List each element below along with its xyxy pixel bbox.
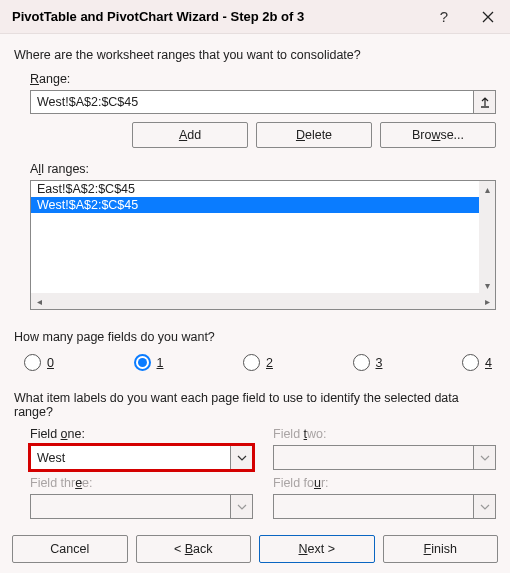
- chevron-down-icon: [230, 495, 252, 518]
- radio-0[interactable]: 0: [24, 354, 54, 371]
- finish-button[interactable]: Finish: [383, 535, 499, 563]
- list-item[interactable]: East!$A$2:$C$45: [31, 181, 479, 197]
- close-button[interactable]: [466, 0, 510, 34]
- scroll-right-icon[interactable]: ▸: [479, 293, 495, 309]
- field-four-input: [274, 495, 473, 518]
- help-button[interactable]: ?: [422, 0, 466, 34]
- all-ranges-listbox[interactable]: East!$A$2:$C$45 West!$A$2:$C$45 ▴ ▾ ◂ ▸: [30, 180, 496, 310]
- list-item[interactable]: West!$A$2:$C$45: [31, 197, 479, 213]
- collapse-dialog-icon[interactable]: [474, 90, 496, 114]
- scroll-down-icon[interactable]: ▾: [479, 277, 495, 293]
- field-three-label: Field three:: [30, 476, 253, 490]
- field-one-label: Field one:: [30, 427, 253, 441]
- radio-1[interactable]: 1: [134, 354, 164, 371]
- field-three-input: [31, 495, 230, 518]
- add-button[interactable]: Add: [132, 122, 248, 148]
- scroll-left-icon[interactable]: ◂: [31, 293, 47, 309]
- horizontal-scrollbar[interactable]: ◂ ▸: [31, 293, 495, 309]
- radio-2[interactable]: 2: [243, 354, 273, 371]
- consolidate-question: Where are the worksheet ranges that you …: [14, 48, 496, 62]
- wizard-buttons: Cancel < Back Next > Finish: [12, 535, 498, 563]
- radio-4[interactable]: 4: [462, 354, 492, 371]
- cancel-button[interactable]: Cancel: [12, 535, 128, 563]
- browse-button[interactable]: Browse...: [380, 122, 496, 148]
- field-one-input[interactable]: [31, 446, 230, 469]
- window-title: PivotTable and PivotChart Wizard - Step …: [12, 9, 422, 24]
- scroll-up-icon[interactable]: ▴: [479, 181, 495, 197]
- field-two-label: Field two:: [273, 427, 496, 441]
- chevron-down-icon: [473, 495, 495, 518]
- all-ranges-label: All ranges:: [30, 162, 496, 176]
- chevron-down-icon[interactable]: [230, 446, 252, 469]
- radio-3[interactable]: 3: [353, 354, 383, 371]
- field-three-combo: [30, 494, 253, 519]
- field-two-combo: [273, 445, 496, 470]
- delete-button[interactable]: Delete: [256, 122, 372, 148]
- chevron-down-icon: [473, 446, 495, 469]
- page-fields-radios: 0 1 2 3 4: [14, 354, 496, 371]
- back-button[interactable]: < Back: [136, 535, 252, 563]
- field-four-combo: [273, 494, 496, 519]
- range-label: Range:: [30, 72, 496, 86]
- field-two-input: [274, 446, 473, 469]
- vertical-scrollbar[interactable]: ▴ ▾: [479, 181, 495, 293]
- range-input[interactable]: [30, 90, 474, 114]
- next-button[interactable]: Next >: [259, 535, 375, 563]
- field-one-combo[interactable]: [30, 445, 253, 470]
- item-labels-question: What item labels do you want each page f…: [14, 391, 496, 419]
- field-four-label: Field four:: [273, 476, 496, 490]
- title-bar: PivotTable and PivotChart Wizard - Step …: [0, 0, 510, 34]
- page-fields-question: How many page fields do you want?: [14, 330, 496, 344]
